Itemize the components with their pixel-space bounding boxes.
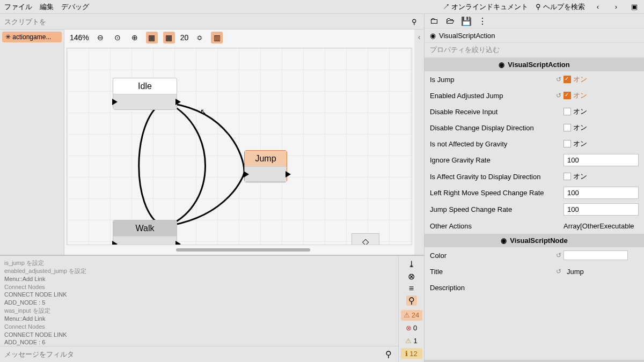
snap-toggle-2[interactable]: ▦	[163, 32, 175, 43]
open-icon[interactable]: 🗁	[445, 16, 456, 26]
help-search[interactable]: ⚲ ヘルプを検索	[536, 2, 585, 12]
zoom-out-button[interactable]: ⊖	[94, 32, 106, 43]
save-icon[interactable]: 💾	[461, 16, 472, 26]
revert-icon[interactable]: ↺	[556, 76, 564, 83]
inspector-panel: 🗀 🗁 💾 ⋮ ◉ VisualScriptAction プロパティを絞り込む …	[424, 14, 644, 362]
zoom-label: 146%	[70, 33, 89, 42]
nav-back-icon[interactable]: ‹	[592, 2, 603, 12]
scripts-search-input[interactable]	[4, 18, 407, 26]
prop-label: Ignore Gravity Rate	[430, 156, 564, 164]
search-icon[interactable]: ⚲	[383, 349, 394, 360]
console-settings-icon[interactable]: ≡	[406, 284, 417, 293]
prop-label: Color	[430, 252, 556, 260]
object-type: VisualScriptAction	[439, 32, 495, 40]
zoom-in-button[interactable]: ⊕	[129, 32, 141, 43]
fullscreen-icon[interactable]: ▣	[629, 2, 640, 12]
menu-edit[interactable]: 編集	[40, 2, 54, 12]
console-output: is_jump を設定enabled_adjusted_jump を設定Menu…	[0, 256, 398, 346]
more-icon[interactable]: ⋮	[477, 16, 488, 26]
prop-label: Is Affect Gravity to Display Direction	[430, 173, 564, 181]
section-header[interactable]: ◉ Resource	[425, 360, 644, 362]
toggle-disable-change-display-direction[interactable]: オン	[564, 123, 587, 132]
prop-label: Disable Receive Input	[430, 108, 564, 116]
menu-debug[interactable]: デバッグ	[61, 2, 89, 12]
input-ignore-gravity-rate[interactable]	[564, 154, 639, 166]
prop-label: Other Actions	[430, 222, 564, 230]
node-title: Walk	[113, 220, 177, 237]
prop-label: Jump Speed Change Rate	[430, 205, 564, 213]
script-item[interactable]: ✳ actiongame...	[2, 32, 62, 42]
property-filter[interactable]: プロパティを絞り込む	[425, 43, 644, 58]
other-actions-value[interactable]: Array[OtherExecutable	[564, 222, 639, 230]
node-idle[interactable]: Idle	[113, 78, 177, 110]
toggle-is-jump[interactable]: オン	[564, 75, 587, 84]
object-icon: ◉	[430, 32, 436, 40]
cursor-icon: ↖	[200, 107, 207, 116]
grid-stepper[interactable]: ≎	[194, 32, 206, 43]
console-clear-icon[interactable]: ⊗	[406, 271, 417, 282]
revert-icon[interactable]: ↺	[556, 268, 564, 275]
search-icon[interactable]: ⚲	[409, 16, 420, 27]
prop-label: Description	[430, 284, 564, 292]
stat-info[interactable]: ⚠ 1	[401, 336, 422, 346]
folder-icon[interactable]: 🗀	[429, 16, 440, 26]
zoom-reset-button[interactable]: ⊙	[112, 32, 123, 43]
toggle-is-affect-gravity-display[interactable]: オン	[564, 172, 587, 181]
node-jump[interactable]: Jump	[244, 150, 287, 182]
toggle-enabled-adjusted-jump[interactable]: オン	[564, 91, 587, 100]
mini-node[interactable]: ◇	[352, 233, 379, 245]
prop-label: Title	[430, 268, 556, 276]
color-swatch[interactable]	[564, 250, 628, 260]
prop-label: Left Right Move Speed Change Rate	[430, 189, 564, 197]
graph-back-button[interactable]: ‹	[414, 29, 424, 255]
input-lr-move-speed[interactable]	[564, 187, 639, 199]
prop-label: Is not Affected by Gravity	[430, 140, 564, 148]
scripts-list: ✳ actiongame...	[0, 29, 64, 255]
menu-file[interactable]: ファイル	[4, 2, 32, 12]
grid-size[interactable]: 20	[180, 33, 189, 42]
console-find-icon[interactable]: ⚲	[406, 295, 417, 306]
console-scroll-bottom-icon[interactable]: ⤓	[406, 259, 417, 269]
input-title[interactable]	[564, 266, 639, 277]
stat-warnings[interactable]: ⚠ 24	[401, 310, 422, 321]
stat-other[interactable]: ℹ 12	[401, 348, 422, 359]
nav-fwd-icon[interactable]: ›	[611, 2, 621, 12]
stat-errors[interactable]: ⊗ 0	[401, 323, 422, 334]
section-header[interactable]: ◉ VisualScriptAction	[425, 58, 644, 71]
canvas-hscroll[interactable]	[69, 247, 410, 253]
prop-label: Disable Change Display Direction	[430, 124, 564, 132]
minimap-toggle[interactable]: ▥	[211, 32, 223, 43]
input-jump-speed[interactable]	[564, 203, 639, 216]
snap-toggle-1[interactable]: ▦	[146, 32, 158, 43]
docs-link[interactable]: ↗ オンラインドキュメント	[443, 2, 529, 12]
prop-label: Enabled Adjusted Jump	[430, 92, 556, 100]
node-title: Idle	[113, 78, 177, 94]
node-title: Jump	[245, 151, 287, 167]
toggle-is-not-affected-by-gravity[interactable]: オン	[564, 139, 587, 149]
revert-icon[interactable]: ↺	[556, 92, 564, 99]
section-header[interactable]: ◉ VisualScriptNode	[425, 234, 644, 247]
toggle-disable-receive-input[interactable]: オン	[564, 107, 587, 116]
prop-label: Is Jump	[430, 76, 556, 84]
console-filter-input[interactable]	[4, 350, 380, 358]
node-walk[interactable]: Walk	[113, 220, 177, 245]
graph-canvas[interactable]: Idle Walk Jump	[67, 48, 412, 245]
revert-icon[interactable]: ↺	[556, 252, 564, 259]
